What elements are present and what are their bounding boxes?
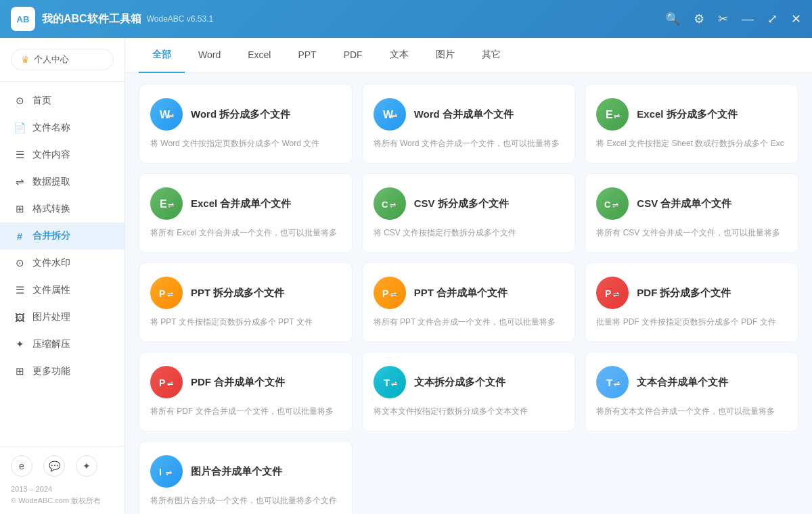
card-header: C ⇌ CSV 拆分成多个文件 <box>374 187 564 220</box>
card-header: C ⇌ CSV 合并成单个文件 <box>596 187 787 220</box>
svg-text:T: T <box>384 377 390 388</box>
sidebar-label-fileattr: 文件属性 <box>32 284 70 296</box>
sidebar-item-filecontent[interactable]: ☰ 文件内容 <box>0 141 125 168</box>
svg-text:⇌: ⇌ <box>167 290 173 298</box>
card-ppt-split[interactable]: P ⇌ PPT 拆分成多个文件 将 PPT 文件按指定页数拆分成多个 PPT 文… <box>139 262 353 342</box>
card-word-split[interactable]: W ⇌ Word 拆分成多个文件 将 Word 文件按指定页数拆分成多个 Wor… <box>139 84 353 164</box>
sidebar-item-dataextract[interactable]: ⇌ 数据提取 <box>0 168 125 195</box>
maximize-button[interactable]: ⤢ <box>767 11 777 26</box>
tab-image[interactable]: 图片 <box>422 38 468 73</box>
card-text-merge[interactable]: T ⇌ 文本合并成单个文件 将所有文本文件合并成一个文件，也可以批量将多 <box>585 352 798 431</box>
word-split-desc: 将 Word 文件按指定页数拆分成多个 Word 文件 <box>150 137 341 149</box>
card-excel-split[interactable]: E ⇌ Excel 拆分成多个文件 将 Excel 文件按指定 Sheet 数或… <box>585 84 798 164</box>
svg-text:⇌: ⇌ <box>612 201 618 209</box>
word-merge-title: Word 合并成单个文件 <box>414 108 514 121</box>
svg-text:P: P <box>382 288 388 299</box>
sidebar-label-imageproc: 图片处理 <box>32 311 70 323</box>
excel-merge-icon: E ⇌ <box>150 187 183 220</box>
svg-text:⇌: ⇌ <box>391 112 397 120</box>
sidebar-item-compress[interactable]: ✦ 压缩解压 <box>0 331 125 358</box>
sidebar-item-fileattr[interactable]: ☰ 文件属性 <box>0 277 125 304</box>
filecontent-icon: ☰ <box>14 149 26 161</box>
content-area: 全部 Word Excel PPT PDF 文本 图片 其它 W ⇌ <box>125 38 812 514</box>
user-icon[interactable]: ✦ <box>76 455 97 477</box>
formatconvert-icon: ⊞ <box>14 203 26 215</box>
sidebar-label-filecontent: 文件内容 <box>32 149 70 161</box>
text-split-title: 文本拆分成多个文件 <box>414 376 505 389</box>
tab-text[interactable]: 文本 <box>376 38 422 73</box>
chat-icon[interactable]: 💬 <box>43 455 65 477</box>
app-version: WodeABC v6.53.1 <box>147 14 214 24</box>
sidebar: ♛ 个人中心 ⊙ 首页 📄 文件名称 ☰ 文件内容 ⇌ 数据提取 ⊞ <box>0 38 125 514</box>
main-layout: ♛ 个人中心 ⊙ 首页 📄 文件名称 ☰ 文件内容 ⇌ 数据提取 ⊞ <box>0 38 812 514</box>
card-pdf-merge[interactable]: P ⇌ PDF 合并成单个文件 将所有 PDF 文件合并成一个文件，也可以批量将… <box>139 352 353 431</box>
image-merge-title: 图片合并成单个文件 <box>191 465 282 478</box>
svg-text:⇌: ⇌ <box>166 469 172 477</box>
csv-merge-title: CSV 合并成单个文件 <box>637 197 731 210</box>
mergesplit-icon: # <box>14 230 26 242</box>
csv-split-desc: 将 CSV 文件按指定行数拆分成多个文件 <box>374 227 564 239</box>
sidebar-item-filename[interactable]: 📄 文件名称 <box>0 114 125 141</box>
card-text-split[interactable]: T ⇌ 文本拆分成多个文件 将文本文件按指定行数拆分成多个文本文件 <box>362 352 576 431</box>
sidebar-label-compress: 压缩解压 <box>32 338 70 350</box>
svg-text:⇌: ⇌ <box>613 290 619 298</box>
ppt-merge-desc: 将所有 PPT 文件合并成一个文件，也可以批量将多 <box>374 316 564 328</box>
app-title: 我的ABC软件工具箱 <box>42 12 141 26</box>
close-button[interactable]: ✕ <box>791 11 801 26</box>
copyright-text: 2013 – 2024© WodeABC.com 版权所有 <box>11 484 114 506</box>
ppt-merge-icon: P ⇌ <box>374 277 406 309</box>
text-split-icon: T ⇌ <box>374 366 406 398</box>
sidebar-label-mergesplit: 合并拆分 <box>32 230 70 242</box>
text-merge-desc: 将所有文本文件合并成一个文件，也可以批量将多 <box>596 405 787 417</box>
text-merge-title: 文本合并成单个文件 <box>637 376 728 389</box>
card-ppt-merge[interactable]: P ⇌ PPT 合并成单个文件 将所有 PPT 文件合并成一个文件，也可以批量将… <box>362 262 576 342</box>
search-icon[interactable]: 🔍 <box>665 11 680 26</box>
card-header: E ⇌ Excel 拆分成多个文件 <box>596 98 787 131</box>
card-csv-split[interactable]: C ⇌ CSV 拆分成多个文件 将 CSV 文件按指定行数拆分成多个文件 <box>362 173 576 253</box>
card-header: P ⇌ PPT 拆分成多个文件 <box>150 277 341 309</box>
settings-icon[interactable]: ⚙ <box>694 11 704 26</box>
svg-text:⇌: ⇌ <box>391 379 397 388</box>
sidebar-nav: ⊙ 首页 📄 文件名称 ☰ 文件内容 ⇌ 数据提取 ⊞ 格式转换 # 合并拆分 <box>0 82 125 446</box>
card-header: P ⇌ PDF 合并成单个文件 <box>150 366 341 398</box>
svg-text:P: P <box>605 288 611 299</box>
window-controls: 🔍 ⚙ ✂ — ⤢ ✕ <box>665 11 801 26</box>
tab-pdf[interactable]: PDF <box>330 39 376 72</box>
svg-text:C: C <box>604 200 611 210</box>
user-center-button[interactable]: ♛ 个人中心 <box>11 49 114 70</box>
app-logo: AB <box>11 7 35 31</box>
svg-text:⇌: ⇌ <box>614 379 620 388</box>
sidebar-item-mergesplit[interactable]: # 合并拆分 <box>0 223 125 250</box>
tab-all[interactable]: 全部 <box>139 38 185 73</box>
card-header: W ⇌ Word 合并成单个文件 <box>374 98 564 131</box>
card-pdf-split[interactable]: P ⇌ PDF 拆分成多个文件 批量将 PDF 文件按指定页数拆分成多个 PDF… <box>585 262 798 342</box>
tab-ppt[interactable]: PPT <box>284 39 330 72</box>
cards-grid: W ⇌ Word 拆分成多个文件 将 Word 文件按指定页数拆分成多个 Wor… <box>125 73 812 514</box>
excel-split-icon: E ⇌ <box>596 98 629 131</box>
tab-other[interactable]: 其它 <box>468 38 514 73</box>
ppt-split-icon: P ⇌ <box>150 277 183 309</box>
sidebar-item-imageproc[interactable]: 🖼 图片处理 <box>0 304 125 331</box>
tab-word[interactable]: Word <box>185 39 234 72</box>
sidebar-item-more[interactable]: ⊞ 更多功能 <box>0 358 125 385</box>
svg-text:P: P <box>159 288 165 299</box>
svg-text:⇌: ⇌ <box>390 290 397 298</box>
fileattr-icon: ☰ <box>14 284 26 296</box>
sidebar-label-watermark: 文件水印 <box>32 257 70 269</box>
tab-excel[interactable]: Excel <box>234 39 284 72</box>
card-csv-merge[interactable]: C ⇌ CSV 合并成单个文件 将所有 CSV 文件合并成一个文件，也可以批量将… <box>585 173 798 253</box>
sidebar-item-formatconvert[interactable]: ⊞ 格式转换 <box>0 195 125 223</box>
scissors-icon[interactable]: ✂ <box>718 11 728 26</box>
minimize-button[interactable]: — <box>742 12 754 26</box>
sidebar-item-watermark[interactable]: ⊙ 文件水印 <box>0 250 125 277</box>
sidebar-item-home[interactable]: ⊙ 首页 <box>0 87 125 114</box>
svg-text:⇌: ⇌ <box>168 201 174 209</box>
card-excel-merge[interactable]: E ⇌ Excel 合并成单个文件 将所有 Excel 文件合并成一个文件，也可… <box>139 173 353 253</box>
card-word-merge[interactable]: W ⇌ Word 合并成单个文件 将所有 Word 文件合并成一个文件，也可以批… <box>362 84 576 164</box>
svg-text:⇌: ⇌ <box>614 112 620 120</box>
dataextract-icon: ⇌ <box>14 176 26 188</box>
svg-text:⇌: ⇌ <box>390 201 396 209</box>
svg-text:E: E <box>606 109 613 120</box>
card-image-merge[interactable]: I ⇌ 图片合并成单个文件 将所有图片合并成一个文件，也可以批量将多个文件 <box>139 441 353 514</box>
browser-icon[interactable]: e <box>11 455 32 477</box>
